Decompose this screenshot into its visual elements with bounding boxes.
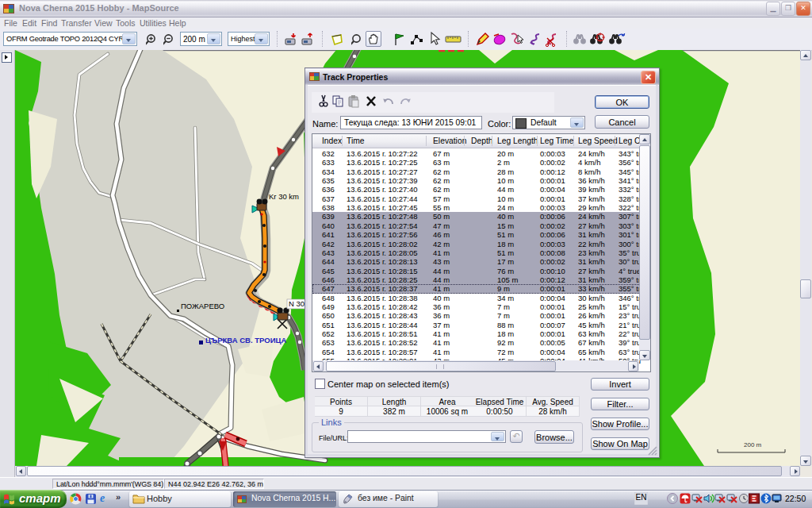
svg-text:ПОЖАРЕВО: ПОЖАРЕВО [181, 302, 224, 310]
svg-text:N 30: N 30 [289, 299, 304, 308]
svg-text:200 m: 200 m [744, 441, 762, 448]
svg-text:ЦЪРКВА СВ. ТРОИЦА: ЦЪРКВА СВ. ТРОИЦА [205, 336, 286, 344]
svg-text:Kr 30 km: Kr 30 km [269, 192, 299, 201]
